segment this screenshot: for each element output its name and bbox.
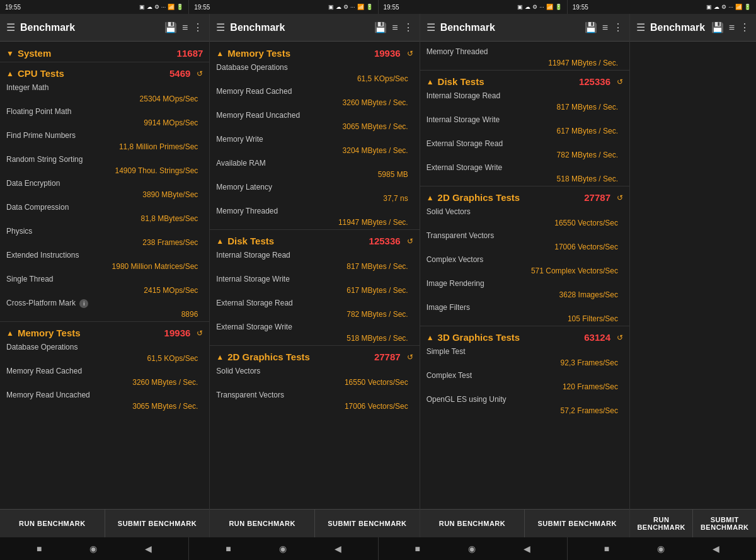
solid-vectors-p3-value: 16550 Vectors/Sec bbox=[554, 219, 621, 227]
solid-vectors-p3-name: Solid Vectors bbox=[427, 207, 471, 216]
collapse-3d-p3-icon[interactable]: ▲ bbox=[427, 333, 434, 342]
2d-refresh-icon-p2[interactable]: ↺ bbox=[407, 353, 413, 362]
save-icon-1[interactable]: 💾 bbox=[164, 21, 177, 33]
save-icon-4[interactable]: 💾 bbox=[711, 21, 724, 33]
run-benchmark-btn-2[interactable]: RUN BENCHMARK bbox=[210, 510, 315, 537]
home-icon-1[interactable]: ◉ bbox=[89, 544, 97, 554]
back-icon-4[interactable]: ◀ bbox=[713, 544, 719, 554]
collapse-memory-p1-icon[interactable]: ▲ bbox=[6, 329, 14, 338]
cloud-icon: ☁ bbox=[147, 4, 152, 10]
collapse-memory-p2-icon[interactable]: ▲ bbox=[216, 49, 224, 58]
collapse-system-icon[interactable]: ▼ bbox=[6, 49, 14, 58]
complex-vectors-p3-item: Complex Vectors 571 Complex Vectors/Sec bbox=[420, 252, 629, 276]
back-icon-1[interactable]: ◀ bbox=[145, 544, 152, 554]
run-benchmark-btn-3[interactable]: RUN BENCHMARK bbox=[420, 510, 525, 537]
memory-refresh-icon-p2[interactable]: ↺ bbox=[407, 49, 413, 58]
nav-segment-3: ■ ◉ ◀ bbox=[379, 537, 568, 560]
memory-title-p2: Memory Tests bbox=[227, 48, 370, 59]
app-title-3: Benchmark bbox=[440, 22, 580, 33]
divider-cpu-mem bbox=[0, 321, 209, 322]
run-benchmark-btn-1[interactable]: RUN BENCHMARK bbox=[0, 510, 105, 537]
prime-name: Find Prime Numbers bbox=[6, 131, 76, 140]
list-icon-2[interactable]: ≡ bbox=[392, 22, 398, 33]
string-sort-value: 14909 Thou. Strings/Sec bbox=[115, 166, 200, 175]
ext-instr-item: Extended Instructions 1980 Million Matri… bbox=[0, 248, 209, 271]
ext-write-p2-name: External Storage Write bbox=[216, 323, 292, 331]
int-read-p2-name: Internal Storage Read bbox=[216, 251, 290, 260]
transparent-vectors-p3-name: Transparent Vectors bbox=[427, 231, 495, 240]
bottom-buttons-4: RUN BENCHMARK SUBMIT BENCHMARK bbox=[630, 509, 756, 537]
battery-icon: 🔋 bbox=[176, 4, 183, 10]
time-2: 19:55 bbox=[194, 4, 210, 11]
memory-refresh-icon-p1[interactable]: ↺ bbox=[197, 329, 203, 338]
avail-ram-p2-value: 5985 MB bbox=[378, 170, 411, 179]
home-icon-3[interactable]: ◉ bbox=[468, 544, 476, 554]
collapse-2d-p2-icon[interactable]: ▲ bbox=[216, 353, 224, 362]
signal-icon-4: 📶 bbox=[735, 4, 742, 10]
transparent-vectors-p2-name: Transparent Vectors bbox=[216, 391, 284, 399]
hamburger-icon-1[interactable]: ☰ bbox=[6, 21, 15, 33]
3d-section-header-p3: ▲ 3D Graphics Tests 63124 ↺ bbox=[420, 328, 629, 344]
hamburger-icon-3[interactable]: ☰ bbox=[427, 21, 435, 33]
overflow-icon-2[interactable]: ⋮ bbox=[403, 21, 413, 33]
collapse-disk-p2-icon[interactable]: ▲ bbox=[216, 237, 224, 246]
2d-title-p2: 2D Graphics Tests bbox=[227, 351, 370, 362]
run-benchmark-btn-4[interactable]: RUN BENCHMARK bbox=[630, 510, 694, 537]
image-filters-p3-name: Image Filters bbox=[427, 303, 470, 312]
integer-math-value: 25304 MOps/Sec bbox=[140, 94, 201, 103]
int-read-p2-item: Internal Storage Read 817 MBytes / Sec. bbox=[210, 248, 419, 271]
collapse-disk-p3-icon[interactable]: ▲ bbox=[427, 77, 434, 86]
opengl-unity-p3-name: OpenGL ES using Unity bbox=[427, 395, 507, 404]
mem-latency-p2-item: Memory Latency 37,7 ns bbox=[210, 180, 419, 203]
list-icon-4[interactable]: ≡ bbox=[729, 22, 735, 33]
integer-math-item: Integer Math 25304 MOps/Sec bbox=[0, 80, 209, 104]
submit-benchmark-btn-3[interactable]: SUBMIT BENCHMARK bbox=[525, 510, 629, 537]
complex-test-p3-item: Complex Test 120 Frames/Sec bbox=[420, 368, 629, 392]
ext-instr-value: 1980 Million Matrices/Sec bbox=[112, 262, 201, 271]
ext-write-p2-item: External Storage Write 518 MBytes / Sec. bbox=[210, 319, 419, 343]
more-icon-2: ··· bbox=[350, 4, 355, 10]
hamburger-icon-2[interactable]: ☰ bbox=[216, 21, 225, 33]
int-write-p2-value: 617 MBytes / Sec. bbox=[346, 286, 410, 295]
collapse-2d-p3-icon[interactable]: ▲ bbox=[427, 193, 434, 202]
stop-icon-2[interactable]: ■ bbox=[226, 544, 231, 554]
avail-ram-p2-name: Available RAM bbox=[216, 159, 265, 168]
cpu-refresh-icon[interactable]: ↺ bbox=[197, 69, 203, 78]
3d-refresh-icon-p3[interactable]: ↺ bbox=[617, 333, 623, 342]
overflow-icon-1[interactable]: ⋮ bbox=[193, 21, 203, 33]
panel-2: ☰ Benchmark 💾 ≡ ⋮ ▲ Memory Tests 19936 ↺… bbox=[210, 14, 420, 537]
2d-refresh-icon-p3[interactable]: ↺ bbox=[617, 193, 623, 202]
overflow-icon-4[interactable]: ⋮ bbox=[740, 21, 750, 33]
submit-benchmark-btn-2[interactable]: SUBMIT BENCHMARK bbox=[315, 510, 420, 537]
memory-title-p1: Memory Tests bbox=[18, 328, 161, 338]
ext-write-p3-item: External Storage Write 518 MBytes / Sec. bbox=[420, 160, 629, 184]
db-ops-p1-item: Database Operations 61,5 KOps/Sec bbox=[0, 340, 209, 363]
2d-section-header-p3: ▲ 2D Graphics Tests 27787 ↺ bbox=[420, 188, 629, 204]
submit-benchmark-btn-1[interactable]: SUBMIT BENCHMARK bbox=[105, 510, 210, 537]
home-icon-4[interactable]: ◉ bbox=[657, 544, 665, 554]
disk-refresh-icon-p3[interactable]: ↺ bbox=[617, 77, 623, 86]
cross-platform-item: Cross-Platform Mark i 8896 bbox=[0, 295, 209, 319]
save-icon-2[interactable]: 💾 bbox=[374, 21, 387, 33]
list-icon-1[interactable]: ≡ bbox=[182, 22, 188, 33]
overflow-icon-3[interactable]: ⋮ bbox=[613, 21, 623, 33]
home-icon-2[interactable]: ◉ bbox=[279, 544, 287, 554]
mem-read-uncached-p1-value: 3065 MBytes / Sec. bbox=[132, 402, 200, 411]
disk-refresh-icon-p2[interactable]: ↺ bbox=[407, 237, 413, 246]
back-icon-2[interactable]: ◀ bbox=[335, 544, 341, 554]
solid-vectors-p2-value: 16550 Vectors/Sec bbox=[345, 378, 411, 387]
list-icon-3[interactable]: ≡ bbox=[602, 22, 608, 33]
mem-read-uncached-p1-item: Memory Read Uncached 3065 MBytes / Sec. bbox=[0, 387, 209, 411]
hamburger-icon-4[interactable]: ☰ bbox=[636, 21, 645, 33]
panel-3: ☰ Benchmark 💾 ≡ ⋮ Memory Threaded 11947 … bbox=[420, 14, 630, 537]
back-icon-3[interactable]: ◀ bbox=[524, 544, 530, 554]
stop-icon-1[interactable]: ■ bbox=[37, 544, 42, 554]
save-icon-3[interactable]: 💾 bbox=[585, 21, 597, 33]
divider-disk-2d-p3 bbox=[420, 186, 629, 186]
divider-top-disk-p3 bbox=[420, 70, 629, 71]
stop-icon-4[interactable]: ■ bbox=[604, 544, 609, 554]
submit-benchmark-btn-4[interactable]: SUBMIT BENCHMARK bbox=[693, 510, 756, 537]
stop-icon-3[interactable]: ■ bbox=[415, 544, 420, 554]
collapse-cpu-icon[interactable]: ▲ bbox=[6, 69, 14, 78]
mem-read-cached-p2-item: Memory Read Cached 3260 MBytes / Sec. bbox=[210, 84, 419, 108]
